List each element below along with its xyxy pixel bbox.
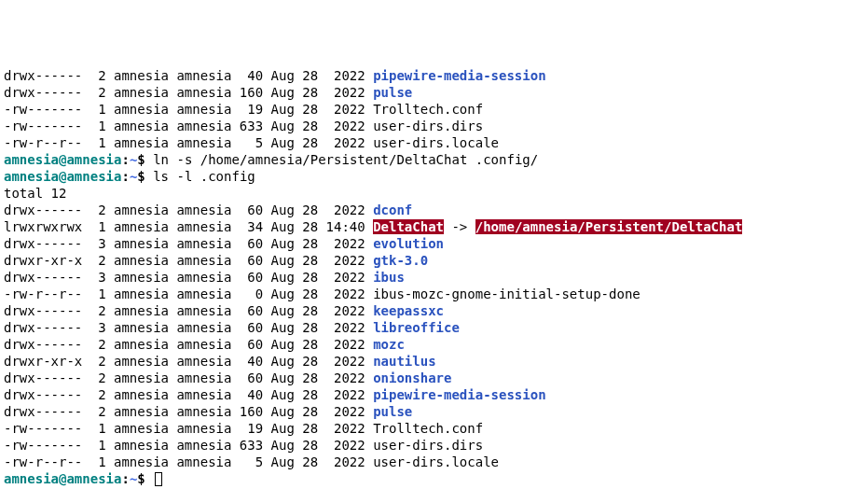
ls-row: -rw-r--r-- 1 amnesia amnesia 0 Aug 28 20… bbox=[4, 286, 864, 302]
ls-row: drwx------ 2 amnesia amnesia 160 Aug 28 … bbox=[4, 84, 864, 101]
file-name: Trolltech.conf bbox=[373, 102, 483, 117]
directory-name: nautilus bbox=[373, 354, 435, 369]
prompt-line[interactable]: amnesia@amnesia:~$ ls -l .config bbox=[4, 168, 864, 185]
directory-name: pulse bbox=[373, 404, 412, 419]
symlink-target: /home/amnesia/Persistent/DeltaChat bbox=[475, 219, 743, 234]
directory-name: mozc bbox=[373, 337, 405, 352]
ls-row: -rw------- 1 amnesia amnesia 19 Aug 28 2… bbox=[4, 101, 864, 118]
terminal-output[interactable]: drwx------ 2 amnesia amnesia 40 Aug 28 2… bbox=[4, 67, 864, 487]
ls-row: drwx------ 3 amnesia amnesia 60 Aug 28 2… bbox=[4, 235, 864, 252]
prompt-line[interactable]: amnesia@amnesia:~$ bbox=[4, 470, 864, 487]
directory-name: libreoffice bbox=[373, 320, 460, 335]
directory-name: ibus bbox=[373, 270, 405, 285]
ls-row: -rw-r--r-- 1 amnesia amnesia 5 Aug 28 20… bbox=[4, 134, 864, 151]
ls-row: drwx------ 2 amnesia amnesia 40 Aug 28 2… bbox=[4, 386, 864, 403]
prompt-colon: : bbox=[121, 152, 129, 167]
ls-row: drwx------ 2 amnesia amnesia 60 Aug 28 2… bbox=[4, 302, 864, 319]
symlink-arrow: -> bbox=[444, 219, 475, 234]
ls-row: drwx------ 2 amnesia amnesia 60 Aug 28 2… bbox=[4, 202, 864, 218]
ls-row: drwx------ 2 amnesia amnesia 60 Aug 28 2… bbox=[4, 370, 864, 386]
ls-row: -rw------- 1 amnesia amnesia 633 Aug 28 … bbox=[4, 437, 864, 454]
directory-name: pipewire-media-session bbox=[373, 68, 545, 83]
ls-row: -rw-r--r-- 1 amnesia amnesia 5 Aug 28 20… bbox=[4, 454, 864, 470]
ls-row: drwx------ 2 amnesia amnesia 160 Aug 28 … bbox=[4, 403, 864, 420]
file-name: user-dirs.dirs bbox=[373, 438, 483, 453]
total-line: total 12 bbox=[4, 185, 864, 202]
ls-row: drwx------ 3 amnesia amnesia 60 Aug 28 2… bbox=[4, 269, 864, 286]
cursor bbox=[155, 472, 162, 486]
file-name: user-dirs.dirs bbox=[373, 119, 483, 133]
directory-name: pipewire-media-session bbox=[373, 387, 545, 402]
prompt-user: amnesia@amnesia bbox=[4, 471, 121, 486]
prompt-sigil: $ bbox=[137, 152, 153, 167]
prompt-sigil: $ bbox=[137, 169, 153, 184]
ls-row: drwx------ 3 amnesia amnesia 60 Aug 28 2… bbox=[4, 319, 864, 336]
prompt-colon: : bbox=[121, 471, 129, 486]
file-name: ibus-mozc-gnome-initial-setup-done bbox=[373, 286, 641, 301]
directory-name: keepassxc bbox=[373, 303, 444, 318]
directory-name: gtk-3.0 bbox=[373, 253, 428, 268]
command-text: ls -l .config bbox=[153, 169, 255, 184]
ls-row: drwx------ 2 amnesia amnesia 60 Aug 28 2… bbox=[4, 336, 864, 353]
ls-row: -rw------- 1 amnesia amnesia 633 Aug 28 … bbox=[4, 118, 864, 134]
command-text: ln -s /home/amnesia/Persistent/DeltaChat… bbox=[153, 152, 538, 167]
prompt-line[interactable]: amnesia@amnesia:~$ ln -s /home/amnesia/P… bbox=[4, 151, 864, 168]
ls-row: lrwxrwxrwx 1 amnesia amnesia 34 Aug 28 1… bbox=[4, 218, 864, 235]
directory-name: pulse bbox=[373, 85, 412, 100]
prompt-user: amnesia@amnesia bbox=[4, 152, 121, 167]
directory-name: onionshare bbox=[373, 370, 451, 385]
ls-row: drwxr-xr-x 2 amnesia amnesia 40 Aug 28 2… bbox=[4, 353, 864, 370]
ls-row: drwx------ 2 amnesia amnesia 40 Aug 28 2… bbox=[4, 67, 864, 84]
prompt-sigil: $ bbox=[137, 471, 153, 486]
file-name: user-dirs.locale bbox=[373, 454, 499, 469]
symlink-name: DeltaChat bbox=[373, 219, 444, 234]
prompt-user: amnesia@amnesia bbox=[4, 169, 121, 184]
directory-name: evolution bbox=[373, 236, 444, 251]
ls-row: drwxr-xr-x 2 amnesia amnesia 60 Aug 28 2… bbox=[4, 252, 864, 269]
ls-row: -rw------- 1 amnesia amnesia 19 Aug 28 2… bbox=[4, 420, 864, 437]
file-name: Trolltech.conf bbox=[373, 421, 483, 436]
prompt-colon: : bbox=[121, 169, 129, 184]
file-name: user-dirs.locale bbox=[373, 135, 499, 150]
directory-name: dconf bbox=[373, 203, 412, 217]
